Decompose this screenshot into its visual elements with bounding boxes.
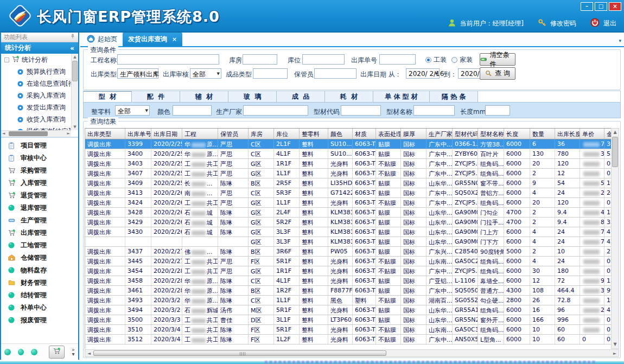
column-header[interactable]: 库房 [249,129,274,139]
color-input[interactable] [173,105,212,116]
column-header[interactable]: 工程 [182,129,218,139]
whole-piece-select[interactable]: 全部 [115,105,150,116]
product-type-input[interactable] [253,68,288,79]
tree-item[interactable]: 收货入库查询 [1,113,71,125]
profile-code-input[interactable] [341,105,381,116]
group-dot-icon[interactable] [18,349,24,355]
keeper-input[interactable] [314,68,356,79]
sidebar-group-item[interactable]: 采购管理 [1,164,78,177]
column-header[interactable]: 型材名称 [478,129,504,139]
sidebar-group-item[interactable]: 报废管理 [1,314,78,327]
search-button[interactable]: 查 询 [480,67,515,80]
scroll-up-icon[interactable]: ▲ [612,129,619,136]
factory-input[interactable] [243,105,308,116]
table-row[interactable]: 调拨出库34292020/2/26石城陈琳G区5R2F整料KLM38176063… [85,218,611,227]
column-header[interactable]: 长度 [504,129,530,139]
tree-expander-icon[interactable]: - [4,58,9,62]
scroll-down-icon[interactable]: ▼ [612,341,619,348]
table-row[interactable]: 调拨出库34092020/2/25长...陈琳B区2R5F整料LI35HD606… [85,178,611,188]
sidebar-group-item[interactable]: 财务管理 [1,277,78,289]
column-header[interactable]: 颜色 [328,129,353,139]
length-input[interactable] [485,105,510,116]
tree-item[interactable]: 退货查询[待定] [1,125,71,130]
column-header[interactable]: 库位 [274,129,300,139]
table-row[interactable]: 调拨出库34282020/2/26石城陈琳G区2L4F整料KLM38176063… [85,208,611,218]
sidebar-group-item[interactable]: 退库管理 [1,202,78,214]
location-input[interactable] [302,54,345,65]
table-row[interactable]: 调拨出库33992020/2/25华原...严思C区2L1F整料SU10...6… [85,139,611,149]
scroll-down-icon[interactable]: ▼ [72,124,78,130]
table-row[interactable]: G区3L3F整料KLM38176063-T5贴膜国标山东华...GA90M09.… [85,237,611,247]
column-header[interactable]: 出库类型 [85,129,125,139]
group-dot-icon[interactable] [4,349,11,355]
column-header[interactable]: 保管员 [218,129,249,139]
material-tab[interactable]: 隔 热 条 [430,91,478,102]
order-no-input[interactable] [379,54,416,65]
tree-item[interactable]: 发货出库查询 [1,101,71,113]
table-row[interactable]: 调拨出库34002020/2/25华原...严思C区4L1F整料SU10...6… [85,149,611,159]
tab-close-icon[interactable]: × [172,36,177,43]
column-header[interactable]: 出库长度 [555,129,580,139]
scroll-right-icon[interactable]: ► [67,131,70,137]
overflow-chevron-icon[interactable]: »▾ [72,348,75,356]
table-row[interactable]: 调拨出库34072020/2/25工共工程严思G区1L1F整料光身料6063-T… [85,169,611,178]
grid-horizontal-scrollbar[interactable]: ◄ ► [85,349,619,357]
outbound-audit-select[interactable]: 全部 [190,68,221,79]
sidebar-group-item[interactable]: 入库管理 [1,177,78,189]
material-tab[interactable]: 耗 材 [325,91,373,102]
material-tab[interactable]: 配 件 [132,91,180,102]
tab-shipment-outbound-query[interactable]: 发货出库查询 × [123,33,182,46]
close-button[interactable]: × [609,2,621,11]
table-row[interactable]: 调拨出库34242020/2/26工共工程严思G区1L1F整料光身料6063-T… [85,198,611,208]
scroll-left-icon[interactable]: ◄ [2,131,5,137]
maximize-button[interactable]: □ [595,2,607,11]
clear-conditions-button[interactable]: 清空条件 [480,53,515,66]
change-password-link[interactable]: 修改密码 [550,19,576,28]
active-group-cart-button[interactable] [49,346,65,359]
column-header[interactable]: 型材代码 [453,129,478,139]
table-row[interactable]: 调拨出库34132020/2/26南...严思C区5R3F整料G71422606… [85,188,611,198]
table-row[interactable]: 调拨出库35002020/3/3工共工程曹佳D区3L1F整料LT3P606063… [85,315,611,325]
column-header[interactable]: 整零料 [300,129,328,139]
sidebar-group-item[interactable]: 仓储管理 [1,252,78,264]
profile-name-input[interactable] [413,105,455,116]
column-header[interactable]: 金 [604,129,611,139]
table-row[interactable]: 调拨出库34372020/2/27佛...陈琳B区3R6F整料PW056063-… [85,247,611,257]
scrollbar-thumb[interactable] [612,137,618,167]
table-row[interactable]: 调拨出库34612020/2/28华原...陈琳B区1R2F整料F8877FT6… [85,286,611,296]
column-header[interactable]: 单价 [580,129,604,139]
material-tab[interactable]: 型 材 [84,91,132,102]
tab-overflow-chevron-icon[interactable]: ▾ [619,38,621,43]
table-row[interactable]: 调拨出库34032020/2/25工共工程严思G区1R1F整料光身料6063-T… [85,159,611,169]
table-row[interactable]: 调拨出库34582020/2/28华原...陈琳C区4L1F整料光身料6063-… [85,276,611,286]
scrollbar-thumb[interactable] [9,131,48,136]
sidebar-group-item[interactable]: 补单中心 [1,302,78,314]
column-header[interactable]: 数量 [530,129,555,139]
date-from-picker[interactable]: 2020/ 2/16 [406,68,440,79]
tree-item[interactable]: 在途信息查询[待 [1,78,71,90]
tree-horizontal-scrollbar[interactable]: ◄ ► [1,130,71,137]
scrollbar-thumb[interactable] [72,61,78,81]
collapse-chevron-icon[interactable]: « [70,44,74,52]
logout-link[interactable]: 退出 [603,19,616,28]
table-row[interactable]: 调拨出库34542020/2/28工共工程严思G区1R1F整料光身料6063-T… [85,266,611,276]
sidebar-group-item[interactable]: 结转管理 [1,289,78,302]
column-header[interactable]: 膜厚 [401,129,426,139]
sidebar-group-item[interactable]: 生产管理 [1,214,78,227]
tree-item[interactable]: 采购入库查询 [1,90,71,101]
sidebar-group-item[interactable]: 项目管理 [1,139,78,152]
radio-jiazhuang[interactable]: 家装 [451,55,473,65]
scroll-right-icon[interactable]: ► [611,350,619,357]
tree-vertical-scrollbar[interactable]: ▲ ▼ [71,54,78,130]
column-header[interactable]: 生产厂家 [426,129,453,139]
material-tab[interactable]: 玻 璃 [228,91,277,102]
outbound-type-select[interactable]: 生产领料出库 [117,68,158,79]
column-header[interactable]: 表面处理 [376,129,401,139]
column-header[interactable]: 材质 [353,129,376,139]
tree-root[interactable]: - 统计分析 [1,54,71,66]
table-row[interactable]: 调拨出库34942020/3/2石辉城汤伟M区5R1F整料光身料6063-T5贴… [85,305,611,315]
pin-icon[interactable] [70,34,75,41]
minimize-button[interactable]: – [581,2,593,11]
material-tab[interactable]: 单 体 型 材 [373,91,430,102]
sidebar-group-item[interactable]: 工地管理 [1,239,78,252]
